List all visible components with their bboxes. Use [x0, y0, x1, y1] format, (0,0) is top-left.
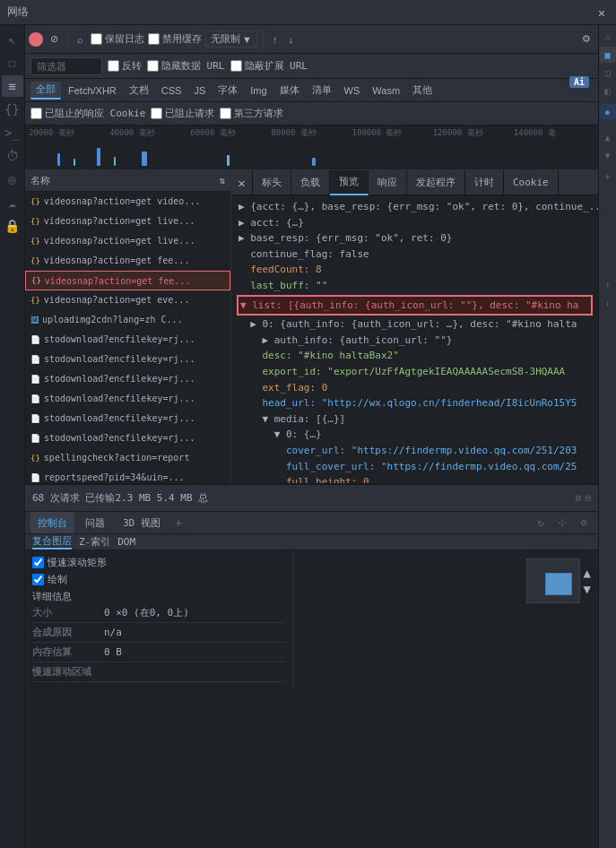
right-icon-7[interactable]: ↑: [600, 276, 616, 292]
download-button[interactable]: ↓: [284, 30, 297, 49]
list-item[interactable]: {}videosnap?action=get_fee...: [25, 271, 230, 290]
left-icon-security[interactable]: 🔒: [2, 215, 23, 237]
left-icon-performance[interactable]: ⏱: [2, 145, 23, 167]
upload-button[interactable]: ↑: [269, 30, 282, 49]
preserve-log-checkbox[interactable]: 保留日志: [91, 32, 144, 46]
json-content[interactable]: ▶ {acct: {…}, base_resp: {err_msg: "ok",…: [231, 195, 598, 483]
timeline-label: 20000 毫秒: [29, 127, 109, 139]
list-item[interactable]: 📄stodownload?encfilekey=rj...: [25, 389, 230, 409]
window-title: 网络: [7, 4, 29, 20]
status-icon-1[interactable]: ⊞: [576, 492, 582, 504]
preview-tab-标头[interactable]: 标头: [253, 170, 291, 195]
close-button[interactable]: ✕: [594, 5, 609, 20]
status-icon-2[interactable]: ⊟: [585, 492, 591, 504]
right-icon-active[interactable]: ▦: [600, 47, 616, 63]
bottom-tab-问题[interactable]: 问题: [78, 512, 112, 533]
right-icon-top[interactable]: ⌂: [600, 29, 616, 45]
bottom-panel-icon-0[interactable]: ↻: [532, 514, 550, 532]
disable-cache-checkbox[interactable]: 禁用缓存: [148, 32, 202, 46]
settings-button[interactable]: ⚙: [578, 30, 594, 49]
json-line: ▶ acct: {…}: [237, 215, 593, 231]
right-icon-3[interactable]: ◫: [600, 65, 616, 81]
list-item[interactable]: 📄stodownload?encfilekey=rj...: [25, 409, 230, 428]
type-filter-Fetch/XHR[interactable]: Fetch/XHR: [63, 82, 122, 100]
blocked-cookies-checkbox[interactable]: 已阻止的响应 Cookie: [30, 107, 145, 120]
preview-tab-Cookie[interactable]: Cookie: [504, 170, 559, 195]
list-item[interactable]: 📄stodownload?encfilekey=rj...: [25, 350, 230, 369]
type-filter-文档[interactable]: 文档: [124, 82, 154, 100]
list-item-icon: {}: [30, 197, 40, 206]
left-icon-inspect[interactable]: ☐: [2, 52, 23, 74]
ai-badge[interactable]: Ai: [569, 76, 589, 88]
filter-input[interactable]: [30, 57, 102, 75]
invert-checkbox[interactable]: 反转: [108, 59, 142, 73]
preview-tab-负载[interactable]: 负载: [291, 170, 330, 195]
list-item[interactable]: {}videosnap?action=get_video...: [25, 192, 230, 212]
sort-icon[interactable]: ⇅: [219, 175, 225, 186]
preview-tab-预览[interactable]: 预览: [330, 170, 369, 195]
right-icon-6[interactable]: ▼: [600, 147, 616, 163]
add-tab-button[interactable]: +: [175, 515, 182, 530]
layer-tab-复合图层[interactable]: 复合图层: [32, 534, 72, 549]
blocked-requests-checkbox[interactable]: 已阻止请求: [151, 107, 214, 120]
list-item[interactable]: {}videosnap?action=get_eve...: [25, 290, 230, 310]
left-icon-memory[interactable]: ◎: [2, 169, 23, 190]
hide-data-urls-checkbox[interactable]: 隐藏数据 URL: [147, 59, 225, 73]
type-filter-JS[interactable]: JS: [188, 82, 211, 100]
json-line: head_url: "http://wx.qlogo.cn/finderhead…: [237, 395, 593, 411]
list-item[interactable]: {}videosnap?action=get_fee...: [25, 251, 230, 271]
list-item[interactable]: {}spellingcheck?action=report: [25, 448, 230, 468]
3d-control-1[interactable]: ▲: [584, 566, 591, 580]
list-item-text: videosnap?action=get_fee...: [44, 255, 225, 265]
right-icon-plus[interactable]: +: [600, 169, 616, 185]
clear-button[interactable]: ⊘: [47, 30, 62, 49]
type-filter-WS[interactable]: WS: [339, 82, 366, 100]
bottom-tab-控制台[interactable]: 控制台: [30, 512, 74, 533]
type-filter-CSS[interactable]: CSS: [156, 82, 187, 100]
bottom-tab-3D 视图[interactable]: 3D 视图: [116, 512, 168, 533]
right-icon-4[interactable]: ◧: [600, 82, 616, 99]
hide-extensions-checkbox[interactable]: 隐蔽扩展 URL: [230, 59, 308, 73]
type-filter-其他[interactable]: 其他: [407, 82, 438, 100]
layer-tab-Z-索引[interactable]: Z-索引: [79, 535, 110, 549]
preview-tab-响应[interactable]: 响应: [369, 170, 407, 195]
preview-tab-发起程序[interactable]: 发起程序: [407, 170, 465, 195]
left-icon-cursor[interactable]: ↖: [2, 29, 23, 50]
list-item[interactable]: {}videosnap?action=get_live...: [25, 231, 230, 251]
type-filter-字体[interactable]: 字体: [213, 82, 243, 100]
list-item[interactable]: 📄reportspeed?pid=34&uin=...: [25, 468, 230, 483]
list-item[interactable]: 🖼uploadimg2cdn?lang=zh_C...: [25, 310, 230, 330]
right-icon-8[interactable]: ↓: [600, 294, 616, 310]
json-line: full_cover_url: "https://findermp.video.…: [237, 459, 593, 475]
type-filter-清单[interactable]: 清单: [307, 82, 337, 100]
list-item-icon: 📄: [30, 375, 40, 384]
detail-label: 慢速滚动区域: [32, 665, 104, 679]
right-icon-5[interactable]: ▲: [600, 129, 616, 145]
type-filter-媒体[interactable]: 媒体: [274, 82, 305, 100]
list-item[interactable]: 📄stodownload?encfilekey=rj...: [25, 369, 230, 389]
list-item[interactable]: 📄stodownload?encfilekey=rj...: [25, 330, 230, 350]
list-item[interactable]: {}videosnap?action=get_live...: [25, 212, 230, 231]
type-filter-Wasm[interactable]: Wasm: [367, 82, 405, 100]
preview-close-button[interactable]: ✕: [231, 170, 253, 195]
left-icon-sources[interactable]: {}: [2, 99, 23, 120]
list-item[interactable]: 📄stodownload?encfilekey=rj...: [25, 428, 230, 448]
record-button[interactable]: [29, 32, 43, 47]
bottom-panel-icon-2[interactable]: ⚙: [575, 514, 593, 532]
filter-button[interactable]: ⌕: [74, 30, 87, 49]
slow-scroll-checkbox[interactable]: [32, 557, 44, 568]
third-party-checkbox[interactable]: 第三方请求: [220, 107, 283, 120]
layer-tab-DOM[interactable]: DOM: [117, 536, 135, 548]
type-filter-Img[interactable]: Img: [245, 82, 272, 100]
left-icon-network[interactable]: ≡: [2, 75, 23, 97]
left-icon-console[interactable]: >_: [2, 122, 23, 143]
detail-value: 0 B: [104, 646, 285, 658]
3d-control-2[interactable]: ▼: [584, 582, 591, 596]
type-filter-全部[interactable]: 全部: [30, 82, 61, 100]
paint-checkbox[interactable]: [32, 574, 44, 585]
unlimited-button[interactable]: 无限制 ▼: [205, 30, 257, 48]
right-icon-blue[interactable]: ●: [600, 104, 616, 120]
bottom-panel-icon-1[interactable]: ⊹: [553, 514, 571, 532]
left-icon-wifi[interactable]: ☁: [2, 192, 23, 213]
preview-tab-计时[interactable]: 计时: [465, 170, 504, 195]
